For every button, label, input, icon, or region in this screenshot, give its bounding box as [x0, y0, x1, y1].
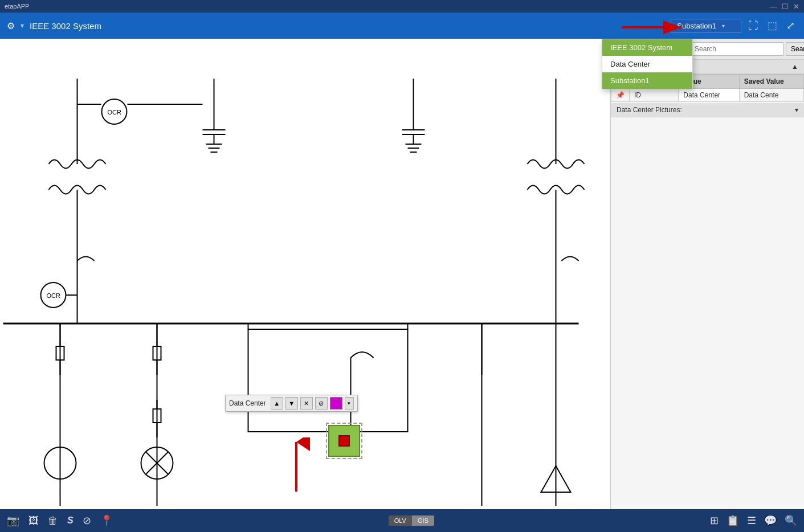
- list-icon[interactable]: ☰: [747, 514, 756, 527]
- dropdown-item-substation[interactable]: Substation1: [602, 72, 692, 89]
- location-icon[interactable]: 📍: [100, 514, 113, 527]
- bottom-right-icons: ⊞ 📋 ☰ 💬 🔍: [710, 514, 797, 527]
- toolbar-close-btn[interactable]: ✕: [300, 397, 313, 410]
- close-button[interactable]: ✕: [793, 2, 799, 11]
- value-cell[interactable]: Data Center: [679, 89, 739, 102]
- toolbar-up-btn[interactable]: ▲: [271, 397, 283, 410]
- project-title: IEEE 3002 System: [30, 21, 665, 31]
- element-floating-toolbar[interactable]: Data Center ▲ ▼ ✕ ⊘ ▾: [225, 395, 358, 412]
- dropdown-item-datacenter[interactable]: Data Center: [602, 56, 692, 72]
- right-panel: 🔒 Page All Search Clear Data Center Prop…: [610, 39, 804, 509]
- header: ⚙ ▾ IEEE 3002 System Substation1 ⛶ ⬚ ⤢: [0, 13, 804, 39]
- toolbar-color-dropdown[interactable]: ▾: [345, 397, 354, 410]
- maximize-button[interactable]: ☐: [782, 2, 789, 11]
- window-controls[interactable]: — ☐ ✕: [770, 2, 799, 11]
- pictures-title-label: Data Center Pictures:: [617, 106, 682, 114]
- camera-icon[interactable]: 📷: [7, 514, 19, 527]
- gis-tab[interactable]: GIS: [412, 515, 434, 526]
- element-toolbar-label: Data Center: [229, 399, 266, 407]
- svg-text:OCR: OCR: [108, 109, 122, 116]
- header-right-controls: Substation1 ⛶ ⬚ ⤢: [671, 17, 797, 34]
- pictures-section-title: Data Center Pictures: ▾: [611, 103, 804, 117]
- no-symbol-icon[interactable]: ⊘: [83, 514, 91, 527]
- copy-icon[interactable]: 📋: [727, 514, 739, 527]
- grid-icon[interactable]: ⊞: [710, 514, 719, 527]
- image-icon[interactable]: 🖼: [28, 515, 39, 527]
- svg-rect-43: [248, 329, 408, 432]
- delete-icon[interactable]: 🗑: [48, 515, 58, 527]
- main-area: OCR: [0, 39, 804, 509]
- minimize-button[interactable]: —: [770, 2, 777, 11]
- undo-icon[interactable]: S: [67, 515, 74, 526]
- dc-element-outer: [328, 425, 360, 457]
- app-title: etapAPP: [5, 3, 29, 10]
- settings-icon[interactable]: ⚙: [7, 21, 15, 31]
- titlebar: etapAPP — ☐ ✕: [0, 0, 804, 13]
- substation-dropdown-menu: IEEE 3002 System Data Center Substation1: [602, 39, 693, 89]
- pin-cell: 📌: [611, 89, 630, 102]
- collapse-icon[interactable]: ▲: [791, 63, 798, 71]
- property-cell: ID: [630, 89, 679, 102]
- annotation-arrow-right: [622, 16, 690, 41]
- toolbar-down-btn[interactable]: ▼: [285, 397, 298, 410]
- chat-icon[interactable]: 💬: [764, 514, 777, 527]
- layout-icon[interactable]: ⬚: [765, 17, 779, 34]
- data-center-element[interactable]: [328, 425, 360, 457]
- saved-col-header: Saved Value: [739, 75, 803, 89]
- bottom-toolbar: 📷 🖼 🗑 S ⊘ 📍 OLV GIS ⊞ 📋 ☰ 💬 🔍: [0, 509, 804, 532]
- search-input[interactable]: [691, 42, 783, 56]
- expand-icon[interactable]: ⤢: [784, 17, 797, 34]
- fullscreen-icon[interactable]: ⛶: [746, 18, 761, 34]
- dropdown-arrow-icon[interactable]: ▾: [21, 22, 24, 30]
- olv-tab[interactable]: OLV: [389, 515, 412, 526]
- dropdown-item-ieee[interactable]: IEEE 3002 System: [602, 39, 692, 56]
- table-row: 📌 ID Data Center Data Cente: [611, 89, 804, 102]
- pin-icon[interactable]: 📌: [616, 91, 625, 99]
- toolbar-no-icon[interactable]: ⊘: [315, 397, 328, 410]
- toolbar-color-picker[interactable]: [330, 397, 342, 410]
- dc-element-inner: [338, 435, 350, 447]
- view-toggle: OLV GIS: [122, 515, 701, 526]
- svg-text:OCR: OCR: [47, 292, 61, 299]
- search-button[interactable]: Search: [786, 42, 804, 56]
- saved-cell: Data Cente: [739, 89, 803, 102]
- annotation-arrow-up: [279, 437, 313, 497]
- canvas-area[interactable]: OCR: [0, 39, 610, 509]
- search-icon[interactable]: 🔍: [785, 514, 797, 527]
- pictures-collapse-icon[interactable]: ▾: [795, 106, 798, 114]
